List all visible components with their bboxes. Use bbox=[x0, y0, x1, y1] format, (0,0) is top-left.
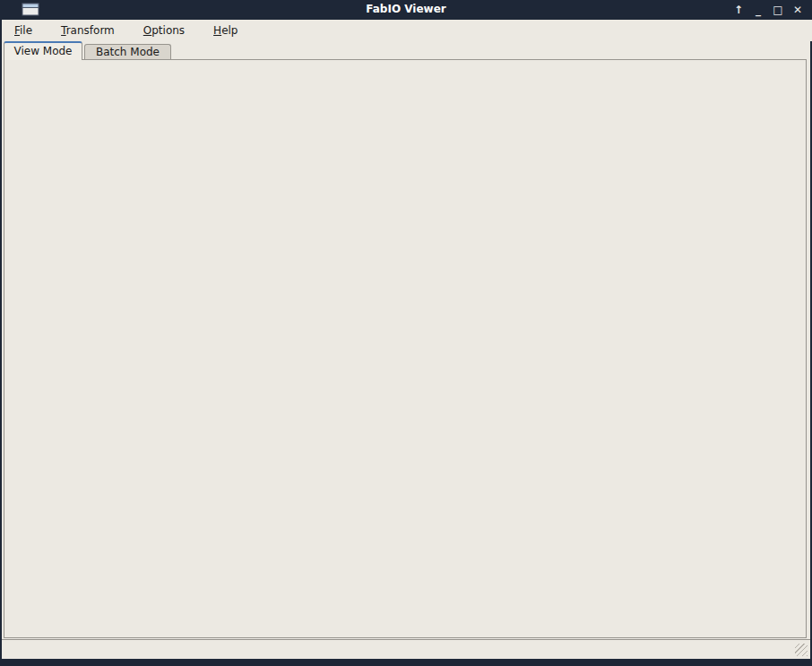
window-title: FabIO Viewer bbox=[0, 3, 812, 15]
tab-batch-mode[interactable]: Batch Mode bbox=[84, 44, 171, 60]
menu-options[interactable]: Options bbox=[140, 22, 188, 39]
resize-grip[interactable] bbox=[795, 644, 808, 656]
menu-help[interactable]: Help bbox=[210, 22, 241, 39]
title-bar[interactable]: FabIO Viewer ↑ _ □ ✕ bbox=[0, 0, 812, 20]
minimize-button[interactable]: _ bbox=[751, 0, 765, 20]
tab-content-frame bbox=[4, 59, 807, 638]
menu-file[interactable]: File bbox=[11, 22, 36, 39]
menu-bar: FileTransformOptionsHelp bbox=[2, 20, 812, 41]
maximize-button[interactable]: □ bbox=[771, 0, 785, 20]
tab-bar: View ModeBatch Mode bbox=[2, 41, 810, 59]
window-controls: ↑ _ □ ✕ bbox=[731, 0, 805, 20]
close-button[interactable]: ✕ bbox=[790, 0, 805, 20]
status-bar bbox=[2, 639, 810, 659]
app-window: FabIO Viewer ↑ _ □ ✕ FileTransformOption… bbox=[0, 0, 812, 666]
shade-button[interactable]: ↑ bbox=[731, 0, 746, 20]
menu-transform[interactable]: Transform bbox=[57, 22, 118, 39]
tab-view-mode[interactable]: View Mode bbox=[4, 41, 82, 60]
